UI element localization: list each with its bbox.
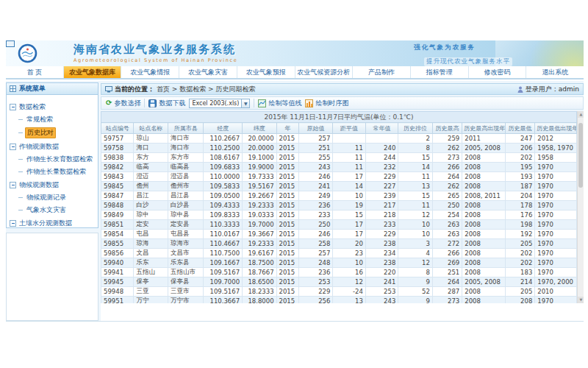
nav-item-3[interactable]: 农业气象灾害 [179,66,237,78]
tree-item[interactable]: 作物生长量数据检索 [18,167,96,177]
table-cell: 2011 [462,134,506,144]
column-header[interactable]: 所属市县 [168,123,204,134]
table-cell: 59851 [101,220,134,230]
column-header[interactable]: 年 [276,123,298,134]
data-table: 站点编号站点名称所属市县经度纬度年原始值距平值常年值历史排位历史最高历史最高出现… [101,122,577,303]
scrollbar-thumb[interactable] [578,123,583,188]
collapse-icon[interactable] [10,144,16,150]
table-cell: 218 [365,210,398,220]
table-cell: 178 [505,201,534,210]
table-cell: 17 [333,230,365,239]
tree-item-label: 作物生长量数据检索 [25,167,87,177]
nav-item-6[interactable]: 产品制作 [353,66,411,78]
scroll-up-arrow[interactable]: ▲ [578,111,584,118]
table-cell: 59848 [101,201,134,210]
table-cell: 273 [432,297,462,304]
tree-item[interactable]: 历史比对 [18,127,96,138]
column-header[interactable]: 经度 [204,123,243,134]
dropdown-arrow-icon[interactable]: ▼ [241,99,250,108]
table-cell: 文昌市 [168,249,204,258]
tree-group-label: 作物观测数据 [19,142,59,152]
column-header[interactable]: 历史最低 [505,123,534,134]
table-cell: 110.3333 [204,220,243,230]
tree-group[interactable]: 作物观测数据 [10,142,96,152]
nav-item-5[interactable]: 农业气候资源分析 [295,66,354,78]
column-header[interactable]: 纬度 [243,123,277,134]
table-cell: 3 [398,239,433,249]
table-cell: 262 [432,182,462,191]
column-header[interactable]: 常年值 [365,123,398,134]
nav-item-7[interactable]: 指标管理 [411,66,469,78]
nav-item-0[interactable]: 首 页 [6,66,64,78]
param-select-button[interactable]: ⟳ 参数选择 [106,99,140,108]
export-format-select[interactable]: Excel 2003(.xls) ▼ [189,99,250,108]
column-header[interactable]: 站点名称 [134,123,168,134]
column-header[interactable]: 历史排位 [398,123,433,134]
tree-item[interactable]: 物候观测记录 [18,193,96,202]
table-cell: 白沙 [134,201,168,210]
param-select-label: 参数选择 [114,99,140,108]
draw-isoline-button[interactable]: 绘制等值线 [258,99,301,108]
scroll-down-arrow[interactable]: ▼ [578,297,584,303]
table-cell: 220 [365,268,398,277]
table-cell: 海口市 [168,144,204,153]
draw-timeseries-button[interactable]: 绘制时序图 [305,99,348,108]
table-cell: 227 [365,182,398,191]
column-header[interactable]: 站点编号 [101,123,134,134]
collapse-icon[interactable] [10,104,16,110]
table-cell: 1970 [535,239,577,249]
column-header[interactable]: 原始值 [298,123,333,134]
column-header[interactable]: 历史最高出现年份 [462,123,506,134]
nav-item-2[interactable]: 农业气象情报 [121,66,179,78]
tree-group[interactable]: 物候观测数据 [10,180,96,190]
tree-group[interactable]: 土壤水分观测数据 [10,219,96,228]
table-row: 59854屯昌屯昌县110.016719.3667201524617229102… [101,230,577,239]
tree-group[interactable]: 数据检索 [10,102,96,112]
nav-item-4[interactable]: 农业气象预报 [237,66,295,78]
table-cell: -24 [333,287,365,297]
table-cell: 2008 [462,230,506,239]
table-cell: 2015 [276,153,298,163]
collapse-icon[interactable] [10,182,16,188]
table-cell: 1970 [535,182,577,191]
table-cell: 2005, 2008 [462,144,506,153]
table-vertical-scrollbar[interactable]: ▲ ▼ [577,111,584,303]
table-cell: 白沙县 [168,201,204,210]
table-cell: 202 [505,258,534,268]
nav-item-8[interactable]: 修改密码 [469,66,527,78]
table-row: 59855琼海琼海市110.466719.2333201525820238327… [101,239,577,249]
data-download-button[interactable]: 数据下载 [148,99,185,108]
column-header[interactable]: 历史最高 [432,123,462,134]
table-cell: 1970 [535,163,577,172]
breadcrumb-path[interactable]: 首页 > 数据检索 > 历史同期检索 [157,85,256,94]
table-cell: 澄迈 [134,172,168,182]
tree-item-label: 物候观测记录 [25,193,68,202]
column-header[interactable]: 历史最低出现年份 [535,123,577,134]
table-cell: 16 [333,268,365,277]
tree-item[interactable]: 气象水文灾害 [18,205,96,215]
table-cell: 240 [365,144,398,153]
table-cell: 2010 [535,287,577,297]
collapse-icon[interactable] [10,220,16,227]
table-cell: 187 [505,182,534,191]
table-cell: 257 [298,134,333,144]
nav-item-1[interactable]: 农业气象数据库 [64,66,122,78]
table-cell: 202 [505,153,534,163]
table-cell: 2015 [276,249,298,258]
table-cell: 195 [505,163,534,172]
tree-item[interactable]: 常规检索 [18,115,96,124]
table-cell: 18.2333 [243,287,277,297]
table-cell: 59845 [101,182,134,191]
table-cell: 243 [365,297,398,304]
table-cell: 11 [333,163,365,172]
column-header[interactable]: 距平值 [333,123,365,134]
monitor-icon [105,86,112,93]
table-cell: 12 [398,210,433,220]
table-row: 59941五指山五指山市109.516718.76672015236162208… [101,268,577,277]
nav-item-9[interactable]: 退出系统 [526,66,584,78]
tree-item[interactable]: 作物生长发育数据检索 [18,155,96,164]
export-format-value: Excel 2003(.xls) [189,99,241,108]
table-cell: 217 [365,201,398,210]
logged-in-user: 登录用户：admin [526,85,579,94]
table-cell: 18.6500 [243,277,277,287]
